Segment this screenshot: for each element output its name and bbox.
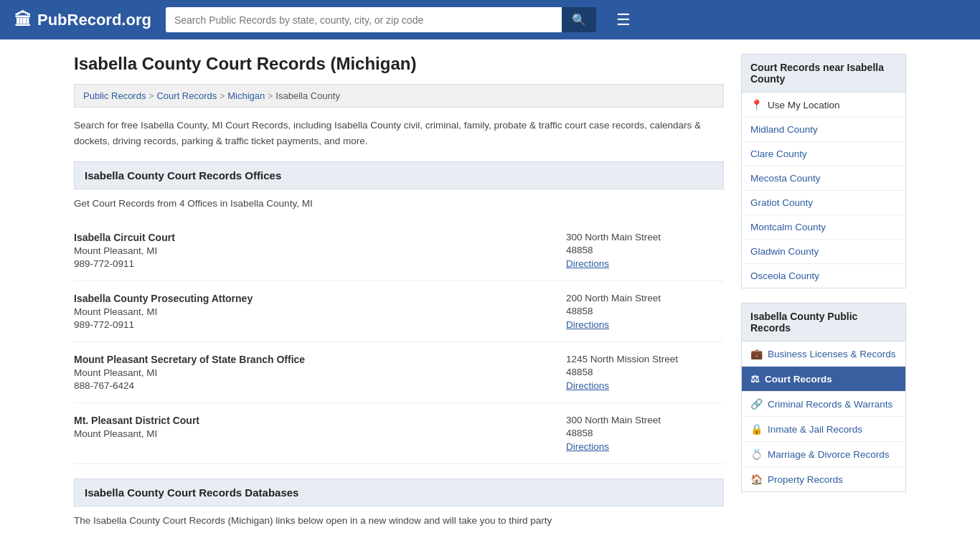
inmate-icon: 🔒: [750, 423, 763, 435]
office-phone-1: 989-772-0911: [74, 258, 175, 269]
sidebar-item-gratiot[interactable]: Gratiot County: [742, 191, 905, 215]
montcalm-label: Montcalm County: [750, 222, 826, 232]
sidebar-item-midland[interactable]: Midland County: [742, 118, 905, 142]
office-address-1: 300 North Main Street: [566, 232, 724, 242]
directions-link-3[interactable]: Directions: [566, 380, 609, 391]
business-label: Business Licenses & Records: [768, 349, 896, 359]
clare-label: Clare County: [750, 149, 807, 159]
office-name-3: Mount Pleasant Secretary of State Branch…: [74, 354, 305, 365]
office-entry-2: Isabella County Prosecuting Attorney Mou…: [74, 281, 724, 342]
sidebar-item-property-records[interactable]: 🏠 Property Records: [742, 467, 905, 491]
page-wrapper: Isabella County Court Records (Michigan)…: [60, 39, 920, 551]
property-label: Property Records: [768, 474, 843, 485]
logo-text: PubRecord.org: [37, 11, 151, 29]
office-zip-1: 48858: [566, 245, 724, 255]
sidebar-item-business-licenses[interactable]: 💼 Business Licenses & Records: [742, 342, 905, 367]
mecosta-label: Mecosta County: [750, 173, 821, 184]
office-city-3: Mount Pleasant, MI: [74, 367, 305, 378]
office-entry-1: Isabella Circuit Court Mount Pleasant, M…: [74, 220, 724, 281]
sidebar-item-montcalm[interactable]: Montcalm County: [742, 215, 905, 240]
sidebar-public-records-list: 💼 Business Licenses & Records ⚖ Court Re…: [741, 342, 906, 492]
directions-link-1[interactable]: Directions: [566, 258, 609, 269]
gladwin-label: Gladwin County: [750, 246, 819, 257]
office-phone-2: 989-772-0911: [74, 319, 253, 330]
office-left-2: Isabella County Prosecuting Attorney Mou…: [74, 293, 253, 330]
court-records-label: Court Records: [765, 374, 832, 385]
office-zip-4: 48858: [566, 428, 724, 438]
office-zip-2: 48858: [566, 306, 724, 316]
sidebar-public-records-header: Isabella County Public Records: [741, 303, 906, 342]
sidebar-item-gladwin[interactable]: Gladwin County: [742, 240, 905, 264]
directions-link-4[interactable]: Directions: [566, 441, 609, 452]
page-title: Isabella County Court Records (Michigan): [74, 54, 724, 74]
office-address-3: 1245 North Mission Street: [566, 354, 724, 364]
databases-description: The Isabella County Court Records (Michi…: [74, 515, 724, 526]
office-zip-3: 48858: [566, 367, 724, 377]
office-left-1: Isabella Circuit Court Mount Pleasant, M…: [74, 232, 175, 269]
breadcrumb: Public Records > Court Records > Michiga…: [74, 84, 724, 108]
criminal-label: Criminal Records & Warrants: [768, 399, 892, 410]
office-address-2: 200 North Main Street: [566, 293, 724, 303]
office-name-2: Isabella County Prosecuting Attorney: [74, 293, 253, 304]
office-city-4: Mount Pleasant, MI: [74, 428, 199, 439]
sidebar-nearby-header: Court Records near Isabella County: [741, 54, 906, 93]
court-icon: ⚖: [750, 373, 760, 385]
page-description: Search for free Isabella County, MI Cour…: [74, 118, 724, 149]
marriage-label: Marriage & Divorce Records: [768, 449, 890, 460]
databases-section-header: Isabella County Court Records Databases: [74, 479, 724, 507]
office-address-4: 300 North Main Street: [566, 415, 724, 425]
offices-section-header: Isabella County Court Records Offices: [74, 161, 724, 189]
menu-button[interactable]: ☰: [616, 11, 631, 29]
location-icon: 📍: [750, 99, 763, 110]
office-left-4: Mt. Pleasant District Court Mount Pleasa…: [74, 415, 199, 452]
use-location-label: Use My Location: [768, 100, 840, 110]
breadcrumb-sep-2: >: [220, 91, 225, 101]
marriage-icon: 💍: [750, 448, 763, 460]
sidebar-item-inmate-records[interactable]: 🔒 Inmate & Jail Records: [742, 417, 905, 442]
office-right-4: 300 North Main Street 48858 Directions: [566, 415, 724, 452]
breadcrumb-court-records[interactable]: Court Records: [156, 90, 217, 101]
office-right-2: 200 North Main Street 48858 Directions: [566, 293, 724, 330]
breadcrumb-michigan[interactable]: Michigan: [227, 90, 265, 101]
breadcrumb-public-records[interactable]: Public Records: [83, 90, 146, 101]
sidebar: Court Records near Isabella County 📍 Use…: [741, 54, 906, 537]
office-left-3: Mount Pleasant Secretary of State Branch…: [74, 354, 305, 391]
osceola-label: Osceola County: [750, 270, 819, 281]
office-name-4: Mt. Pleasant District Court: [74, 415, 199, 426]
sidebar-item-clare[interactable]: Clare County: [742, 142, 905, 166]
office-right-1: 300 North Main Street 48858 Directions: [566, 232, 724, 269]
search-button[interactable]: 🔍: [562, 7, 596, 32]
office-name-1: Isabella Circuit Court: [74, 232, 175, 243]
office-city-2: Mount Pleasant, MI: [74, 306, 253, 317]
breadcrumb-current: Isabella County: [275, 90, 340, 101]
inmate-label: Inmate & Jail Records: [768, 424, 862, 435]
search-input[interactable]: [166, 7, 562, 32]
office-city-1: Mount Pleasant, MI: [74, 245, 175, 256]
sidebar-item-criminal-records[interactable]: 🔗 Criminal Records & Warrants: [742, 392, 905, 417]
logo-icon: 🏛: [14, 10, 32, 30]
gratiot-label: Gratiot County: [750, 197, 813, 208]
office-entry-3: Mount Pleasant Secretary of State Branch…: [74, 342, 724, 403]
office-count: Get Court Records from 4 Offices in Isab…: [74, 198, 724, 209]
midland-label: Midland County: [750, 124, 818, 135]
office-phone-3: 888-767-6424: [74, 380, 305, 391]
sidebar-use-location[interactable]: 📍 Use My Location: [742, 93, 905, 118]
main-content: Isabella County Court Records (Michigan)…: [74, 54, 724, 537]
business-icon: 💼: [750, 348, 763, 359]
property-icon: 🏠: [750, 474, 763, 485]
sidebar-nearby-list: 📍 Use My Location Midland County Clare C…: [741, 93, 906, 288]
breadcrumb-sep-3: >: [268, 91, 273, 101]
office-right-3: 1245 North Mission Street 48858 Directio…: [566, 354, 724, 391]
office-entry-4: Mt. Pleasant District Court Mount Pleasa…: [74, 403, 724, 464]
sidebar-item-court-records[interactable]: ⚖ Court Records: [742, 367, 905, 392]
sidebar-item-mecosta[interactable]: Mecosta County: [742, 166, 905, 191]
criminal-icon: 🔗: [750, 398, 763, 410]
search-form: 🔍: [166, 7, 596, 32]
sidebar-item-osceola[interactable]: Osceola County: [742, 264, 905, 288]
breadcrumb-sep-1: >: [149, 91, 154, 101]
logo-area[interactable]: 🏛 PubRecord.org: [14, 10, 151, 30]
header: 🏛 PubRecord.org 🔍 ☰: [0, 0, 980, 39]
sidebar-item-marriage-records[interactable]: 💍 Marriage & Divorce Records: [742, 442, 905, 467]
directions-link-2[interactable]: Directions: [566, 319, 609, 330]
